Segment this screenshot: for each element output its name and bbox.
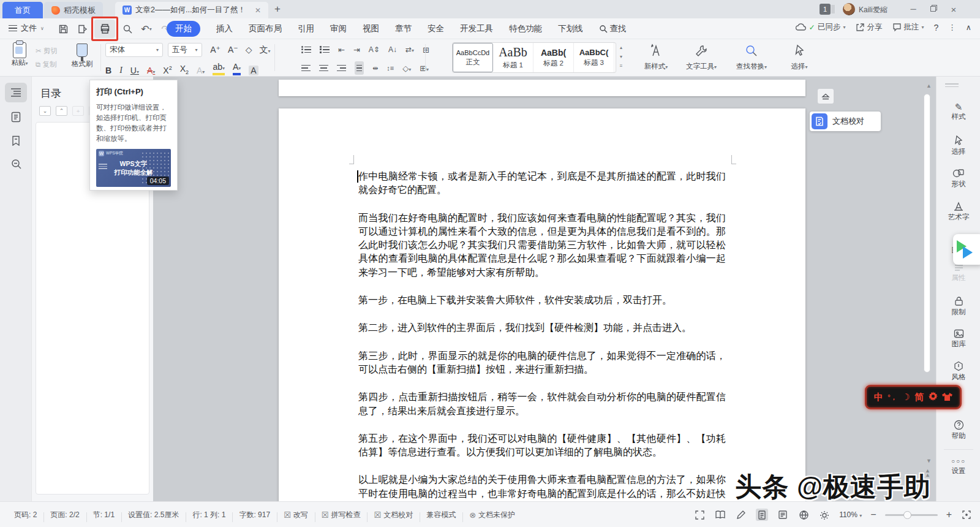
format-painter-button[interactable]: 格式刷 [69,42,96,69]
tab-start[interactable]: 开始 [167,21,200,37]
sort-icon[interactable]: A↓ [388,45,397,54]
ime-simplified-toggle[interactable]: 简 [914,392,924,403]
underline-button[interactable]: U▾ [130,66,139,75]
align-center-icon[interactable] [319,63,328,74]
borders-icon[interactable]: ⊞▾ [420,64,429,73]
ime-toolbar[interactable]: 中 °， ☽ 简 [865,385,962,409]
page-1-bottom[interactable] [279,80,805,96]
increase-indent-icon[interactable]: ⇥ [353,45,360,55]
ime-settings-gear-icon[interactable] [929,392,938,403]
shrink-font-button[interactable]: A⁻ [228,45,238,56]
style-heading1[interactable]: AaBb 标题 1 [493,43,533,72]
undo-button[interactable]: ↶▾ [140,22,153,36]
zoom-slider-handle[interactable] [903,511,911,519]
tab-insert[interactable]: 插入 [216,23,233,34]
proofread-floating-button[interactable]: 文档校对 [810,112,881,131]
tab-security[interactable]: 安全 [428,23,444,34]
font-size-select[interactable]: 五号▾ [168,43,202,57]
paragraph[interactable]: 第一步，在电脑上下载并安装鲁大师软件，软件安装成功后，双击打开。 [358,294,726,307]
status-word-count[interactable]: 字数: 917 [232,510,277,520]
zoom-out-button[interactable]: − [870,509,876,520]
more-options-icon[interactable]: ⋮ [948,23,956,32]
page-view-icon[interactable] [756,509,768,521]
tab-dev-tools[interactable]: 开发工具 [460,23,493,34]
read-layout-icon[interactable] [714,509,726,521]
eye-protect-icon[interactable] [818,509,831,521]
ime-mode-chinese[interactable]: 中 [874,392,883,403]
fullscreen-view-icon[interactable] [693,509,706,521]
char-scale-icon[interactable]: A⇕ [369,45,380,54]
find-button[interactable]: 查找 [599,23,627,34]
close-window-button[interactable]: × [946,4,962,15]
style-normal[interactable]: AaBbCcDd 正文 [453,43,493,72]
status-overwrite-toggle[interactable]: ☒ 改写 [277,510,315,520]
justify-icon[interactable] [355,61,364,75]
minimize-button[interactable]: ─ [905,4,921,13]
phonetic-guide-button[interactable]: 文▾ [260,45,271,56]
strikethrough-button[interactable]: A▾ [147,66,155,75]
find-replace-button[interactable]: 查找替换▾ [730,44,773,71]
window-list-icon[interactable] [832,5,834,13]
document-text[interactable]: 作中电脑经常卡顿，或者是新入手的笔记本，到底是不是其所描述的配置，此时我们就会好… [358,170,726,501]
status-protection[interactable]: ⊗ 文档未保护 [462,510,522,520]
outline-panel-icon[interactable] [5,83,27,102]
panel-item-gallery[interactable]: 图库 [937,329,980,349]
save-button[interactable] [56,22,70,36]
task-count-badge[interactable]: 1 [820,4,831,15]
outline-expand-button[interactable]: ⌄ [39,106,51,116]
fit-page-icon[interactable] [960,509,973,521]
paragraph[interactable]: 以上呢就是小编为大家总结的关于使用鲁大师来查看电脑配置信息的方法了，如果你平时在… [358,473,726,501]
bookmark-panel-icon[interactable] [5,131,27,150]
gallery-scroll-buttons[interactable]: ▴▾≡ [617,43,625,70]
new-tab-button[interactable]: + [274,3,281,15]
panel-item-shapes[interactable]: 形状 [937,169,980,189]
tab-section[interactable]: 章节 [395,23,412,34]
help-icon[interactable]: ? [934,23,939,32]
collapse-ribbon-icon[interactable]: ∧ [966,23,971,32]
outline-view-icon[interactable] [777,509,789,521]
status-page-number[interactable]: 页码: 2 [7,510,43,520]
tab-underline[interactable]: 下划线 [558,23,583,34]
font-family-select[interactable]: 宋体▾ [105,43,163,57]
paragraph[interactable]: 作中电脑经常卡顿，或者是新入手的笔记本，到底是不是其所描述的配置，此时我们就会好… [358,170,726,197]
scrollbar-up-arrow[interactable]: ▲ [926,83,932,89]
avatar[interactable] [843,3,855,15]
tab-view[interactable]: 视图 [363,23,379,34]
notes-panel-icon[interactable] [5,107,27,127]
paragraph[interactable]: 第二步，进入到软件的主界面后，我们找到【硬件检测】功能，并点击进入。 [358,321,726,335]
distribute-icon[interactable]: ⇹ [372,64,378,72]
search-panel-icon[interactable] [5,154,27,173]
tab-home[interactable]: 首页 [2,2,43,18]
decrease-indent-icon[interactable]: ⇤ [338,45,345,55]
status-proofread-toggle[interactable]: ☒ 文档校对 [367,510,420,520]
floating-widget[interactable] [953,234,980,265]
collapse-toolbar-button[interactable] [818,89,834,104]
outline-collapse-button[interactable]: ⌃ [56,106,67,116]
text-effects-button[interactable]: A▾ [197,66,205,75]
align-right-icon[interactable] [337,63,346,74]
zoom-in-button[interactable]: + [946,509,952,520]
line-spacing-icon[interactable]: ↕≡ [386,64,394,72]
bold-button[interactable]: B [105,66,111,75]
tab-docer-templates[interactable]: 稻壳模板 [44,2,103,18]
status-compat-mode[interactable]: 兼容模式 [420,510,462,520]
zoom-slider[interactable] [885,514,938,516]
cut-button[interactable]: ✂ 剪切 [36,44,58,58]
zoom-value[interactable]: 110% ▾ [839,510,862,519]
highlight-color-button[interactable]: ab▾ [213,63,225,75]
outline-add-button[interactable]: ＋ [72,106,84,116]
close-tab-icon[interactable]: ✕ [255,6,261,15]
restore-button[interactable] [925,4,941,13]
ink-mode-icon[interactable] [735,509,747,521]
panel-item-properties[interactable]: 属性 [937,264,980,282]
char-shading-button[interactable]: A [249,66,258,75]
copy-button[interactable]: ⧉ 复制 [36,58,58,71]
scrollbar-thumb[interactable] [924,94,930,373]
tab-review[interactable]: 审阅 [330,23,347,34]
tooltip-video-thumbnail[interactable]: W WPS学院 WPS文字 打印功能全解 04:05 [96,149,171,187]
panel-item-styles[interactable]: ✎ 样式 [937,102,980,121]
clear-format-button[interactable]: ◇ [246,45,252,56]
text-frame-icon[interactable]: ⊞ [423,45,429,55]
panel-item-wordart[interactable]: 艺术字 [937,202,980,222]
user-name[interactable]: Kaili爱縮 [859,5,888,15]
